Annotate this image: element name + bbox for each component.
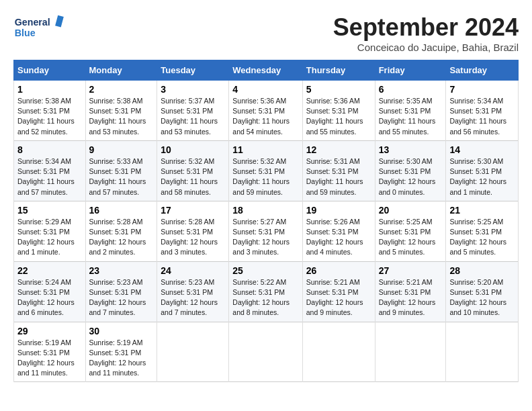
calendar-cell: 17 Sunrise: 5:28 AMSunset: 5:31 PMDaylig… [157,201,229,261]
day-number: 9 [89,144,154,155]
title-block: September 2024 Conceicao do Jacuipe, Bah… [333,13,519,53]
day-number: 22 [17,265,82,276]
weekday-header-row: SundayMondayTuesdayWednesdayThursdayFrid… [14,60,519,81]
calendar-cell: 7 Sunrise: 5:34 AMSunset: 5:31 PMDayligh… [446,81,519,141]
day-number: 5 [306,84,371,95]
day-number: 20 [379,205,443,216]
week-row-3: 15 Sunrise: 5:29 AMSunset: 5:31 PMDaylig… [14,201,519,261]
day-detail: Sunrise: 5:19 AMSunset: 5:31 PMDaylight:… [17,338,75,377]
calendar-cell: 24 Sunrise: 5:23 AMSunset: 5:31 PMDaylig… [157,261,229,322]
day-detail: Sunrise: 5:26 AMSunset: 5:31 PMDaylight:… [306,218,363,257]
calendar-cell: 20 Sunrise: 5:25 AMSunset: 5:31 PMDaylig… [375,201,446,261]
calendar-cell: 3 Sunrise: 5:37 AMSunset: 5:31 PMDayligh… [157,81,229,141]
day-detail: Sunrise: 5:36 AMSunset: 5:31 PMDaylight:… [232,97,290,136]
day-detail: Sunrise: 5:28 AMSunset: 5:31 PMDaylight:… [161,218,218,257]
day-number: 27 [379,265,443,276]
weekday-header-sunday: Sunday [14,60,86,81]
day-number: 25 [232,265,298,276]
day-number: 4 [232,84,298,95]
calendar-cell: 8 Sunrise: 5:34 AMSunset: 5:31 PMDayligh… [14,140,86,201]
day-number: 16 [89,205,154,216]
day-detail: Sunrise: 5:20 AMSunset: 5:31 PMDaylight:… [449,278,506,317]
day-detail: Sunrise: 5:30 AMSunset: 5:31 PMDaylight:… [379,157,436,196]
calendar-cell: 14 Sunrise: 5:30 AMSunset: 5:31 PMDaylig… [446,140,519,201]
calendar-cell: 26 Sunrise: 5:21 AMSunset: 5:31 PMDaylig… [302,261,375,322]
day-detail: Sunrise: 5:21 AMSunset: 5:31 PMDaylight:… [306,278,363,317]
location: Conceicao do Jacuipe, Bahia, Brazil [333,42,519,53]
day-detail: Sunrise: 5:21 AMSunset: 5:31 PMDaylight:… [379,278,436,317]
day-detail: Sunrise: 5:38 AMSunset: 5:31 PMDaylight:… [17,97,75,136]
day-number: 24 [161,265,225,276]
week-row-5: 29 Sunrise: 5:19 AMSunset: 5:31 PMDaylig… [14,322,519,382]
logo: General Blue [13,13,67,40]
week-row-4: 22 Sunrise: 5:24 AMSunset: 5:31 PMDaylig… [14,261,519,322]
calendar-cell: 21 Sunrise: 5:25 AMSunset: 5:31 PMDaylig… [446,201,519,261]
day-detail: Sunrise: 5:32 AMSunset: 5:31 PMDaylight:… [161,157,218,196]
calendar-cell: 5 Sunrise: 5:36 AMSunset: 5:31 PMDayligh… [302,81,375,141]
day-number: 12 [306,144,371,155]
day-detail: Sunrise: 5:22 AMSunset: 5:31 PMDaylight:… [232,278,290,317]
day-number: 2 [89,84,154,95]
calendar-cell [302,322,375,382]
day-number: 3 [161,84,225,95]
weekday-header-monday: Monday [85,60,157,81]
svg-marker-1 [55,15,64,28]
day-number: 30 [89,326,154,336]
day-number: 8 [17,144,82,155]
day-detail: Sunrise: 5:31 AMSunset: 5:31 PMDaylight:… [306,157,363,196]
day-detail: Sunrise: 5:36 AMSunset: 5:31 PMDaylight:… [306,97,363,136]
calendar-cell: 28 Sunrise: 5:20 AMSunset: 5:31 PMDaylig… [446,261,519,322]
day-detail: Sunrise: 5:25 AMSunset: 5:31 PMDaylight:… [379,218,436,257]
day-detail: Sunrise: 5:25 AMSunset: 5:31 PMDaylight:… [449,218,506,257]
day-detail: Sunrise: 5:34 AMSunset: 5:31 PMDaylight:… [17,157,75,196]
day-detail: Sunrise: 5:24 AMSunset: 5:31 PMDaylight:… [17,278,75,317]
day-detail: Sunrise: 5:28 AMSunset: 5:31 PMDaylight:… [89,218,146,257]
day-number: 13 [379,144,443,155]
day-number: 29 [17,326,82,336]
day-detail: Sunrise: 5:29 AMSunset: 5:31 PMDaylight:… [17,218,75,257]
calendar-cell: 11 Sunrise: 5:32 AMSunset: 5:31 PMDaylig… [229,140,302,201]
page-header: General Blue September 2024 Conceicao do… [13,13,519,53]
week-row-1: 1 Sunrise: 5:38 AMSunset: 5:31 PMDayligh… [14,81,519,141]
calendar-cell: 6 Sunrise: 5:35 AMSunset: 5:31 PMDayligh… [375,81,446,141]
day-number: 15 [17,205,82,216]
weekday-header-thursday: Thursday [302,60,375,81]
weekday-header-wednesday: Wednesday [229,60,302,81]
calendar-cell: 16 Sunrise: 5:28 AMSunset: 5:31 PMDaylig… [85,201,157,261]
day-number: 10 [161,144,225,155]
svg-text:Blue: Blue [15,28,36,38]
day-number: 18 [232,205,298,216]
day-number: 19 [306,205,371,216]
calendar-cell: 25 Sunrise: 5:22 AMSunset: 5:31 PMDaylig… [229,261,302,322]
calendar-cell: 4 Sunrise: 5:36 AMSunset: 5:31 PMDayligh… [229,81,302,141]
day-number: 21 [449,205,515,216]
day-number: 26 [306,265,371,276]
calendar-cell [446,322,519,382]
calendar-cell: 27 Sunrise: 5:21 AMSunset: 5:31 PMDaylig… [375,261,446,322]
calendar-cell [229,322,302,382]
day-number: 11 [232,144,298,155]
day-detail: Sunrise: 5:27 AMSunset: 5:31 PMDaylight:… [232,218,290,257]
calendar-cell: 9 Sunrise: 5:33 AMSunset: 5:31 PMDayligh… [85,140,157,201]
calendar-cell: 12 Sunrise: 5:31 AMSunset: 5:31 PMDaylig… [302,140,375,201]
day-number: 6 [379,84,443,95]
day-detail: Sunrise: 5:23 AMSunset: 5:31 PMDaylight:… [89,278,146,317]
logo-svg: General Blue [13,13,67,40]
day-number: 7 [449,84,515,95]
day-detail: Sunrise: 5:35 AMSunset: 5:31 PMDaylight:… [379,97,436,136]
day-detail: Sunrise: 5:23 AMSunset: 5:31 PMDaylight:… [161,278,218,317]
calendar-cell: 1 Sunrise: 5:38 AMSunset: 5:31 PMDayligh… [14,81,86,141]
day-detail: Sunrise: 5:34 AMSunset: 5:31 PMDaylight:… [449,97,506,136]
calendar-cell [375,322,446,382]
day-detail: Sunrise: 5:32 AMSunset: 5:31 PMDaylight:… [232,157,290,196]
day-number: 28 [449,265,515,276]
day-detail: Sunrise: 5:33 AMSunset: 5:31 PMDaylight:… [89,157,146,196]
calendar-cell: 30 Sunrise: 5:19 AMSunset: 5:31 PMDaylig… [85,322,157,382]
weekday-header-friday: Friday [375,60,446,81]
svg-text:General: General [15,17,50,28]
calendar-cell: 29 Sunrise: 5:19 AMSunset: 5:31 PMDaylig… [14,322,86,382]
calendar-cell: 13 Sunrise: 5:30 AMSunset: 5:31 PMDaylig… [375,140,446,201]
day-detail: Sunrise: 5:37 AMSunset: 5:31 PMDaylight:… [161,97,218,136]
calendar-cell: 10 Sunrise: 5:32 AMSunset: 5:31 PMDaylig… [157,140,229,201]
day-number: 1 [17,84,82,95]
